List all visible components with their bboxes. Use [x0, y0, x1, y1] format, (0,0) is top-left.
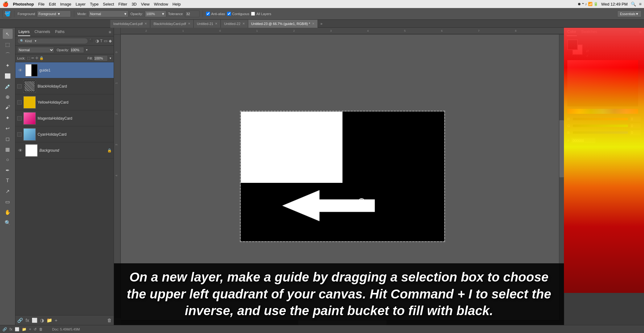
g-slider-track[interactable]	[573, 125, 628, 127]
layer-eye-guide1[interactable]: 👁	[17, 68, 23, 73]
layer-delete-btn[interactable]: 🗑	[107, 318, 112, 323]
r-slider-track[interactable]	[573, 118, 628, 120]
b-slider-track[interactable]	[573, 131, 628, 134]
layer-fx-btn[interactable]: fx	[26, 318, 29, 323]
pen-tool[interactable]: ✒	[3, 165, 13, 175]
color-tab[interactable]: Color	[567, 28, 577, 36]
filter-text-icon[interactable]: T	[100, 39, 103, 43]
layer-vis-yellowholidaycard[interactable]	[17, 100, 22, 105]
essentials-button[interactable]: Essentials ▼	[617, 10, 642, 17]
layer-vis-magentaholidaycard[interactable]	[17, 116, 22, 121]
fg-bg-swatch[interactable]	[567, 39, 583, 55]
layer-item-guide1[interactable]: 👁 guide1	[15, 62, 114, 78]
mode-select[interactable]: Normal ▼	[88, 10, 128, 17]
anti-alias-checkbox[interactable]	[206, 12, 210, 16]
scrollbar-v-thumb[interactable]	[559, 120, 564, 177]
gradient-tool[interactable]: ▦	[3, 144, 13, 154]
wand-tool[interactable]: ✦	[3, 60, 13, 70]
filter-smart-icon[interactable]: ◆	[109, 39, 112, 43]
crop-tool[interactable]: ⬜	[3, 71, 13, 81]
tab-close-4[interactable]: ✕	[312, 22, 314, 25]
layer-item-background[interactable]: 👁 Background 🔒	[15, 142, 114, 158]
reset-colors-icon[interactable]: ↺	[586, 54, 589, 58]
tab-close-0[interactable]: ✕	[144, 22, 147, 25]
tool-icon-btn[interactable]: 🪣	[2, 10, 11, 18]
all-layers-checkbox[interactable]	[251, 12, 255, 16]
control-strip-icon[interactable]: ≡	[639, 2, 642, 6]
swap-colors-icon[interactable]: ⇄	[586, 49, 589, 53]
b-value[interactable]	[630, 130, 641, 135]
tab-untitled23[interactable]: Untitled-23 @ 66.7% (guide1, RGB/8) * ✕	[248, 20, 318, 28]
swatches-tab[interactable]: Swatches	[581, 28, 598, 36]
blend-mode-select[interactable]: Normal	[17, 47, 54, 53]
tolerance-input[interactable]	[185, 10, 200, 17]
clone-tool[interactable]: ✦	[3, 113, 13, 123]
lock-transparent-icon[interactable]: ⬚	[27, 56, 30, 60]
rotate-icon[interactable]: ↺	[34, 327, 37, 331]
channels-tab[interactable]: Channels	[34, 28, 51, 36]
lock-paint-icon[interactable]: ✏	[31, 56, 34, 60]
foreground-color-box[interactable]	[567, 39, 578, 50]
dodge-tool[interactable]: ○	[3, 155, 13, 165]
filter-pixel-icon[interactable]: ⬛	[89, 39, 94, 43]
link-icon[interactable]: 🔗	[2, 327, 7, 331]
history-tool[interactable]: ↩	[3, 123, 13, 133]
g-value[interactable]	[630, 123, 641, 129]
canvas-image[interactable]	[241, 112, 444, 241]
layer-item-cyanholidaycard[interactable]: CyanHolidayCard	[15, 126, 114, 142]
menu-select[interactable]: Select	[103, 2, 114, 6]
status-tool-icons[interactable]: 🔗 fx ⬜ 📁 + ↺ 🗑	[2, 327, 43, 331]
layer-item-magentaholidaycard[interactable]: MagentaHolidayCard	[15, 110, 114, 126]
layer-new-btn[interactable]: +	[55, 318, 58, 323]
lock-all-icon[interactable]: 🔒	[39, 56, 44, 60]
tab-close-1[interactable]: ✕	[188, 22, 190, 25]
layer-adjust-btn[interactable]: ◑	[40, 318, 44, 323]
tab-overflow[interactable]: »	[318, 22, 325, 26]
tab-untitled22[interactable]: Untitled-22 ✕	[221, 20, 248, 28]
hand-tool[interactable]: ✋	[3, 207, 13, 217]
filter-adjust-icon[interactable]: ◑	[95, 39, 99, 43]
menu-window[interactable]: Window	[154, 2, 168, 6]
hex-input[interactable]	[571, 138, 596, 143]
move-tool[interactable]: ↖	[3, 29, 13, 39]
menu-3d[interactable]: 3D	[132, 2, 137, 6]
eyedropper-tool[interactable]: 💉	[3, 81, 13, 91]
layers-tab[interactable]: Layers	[18, 28, 30, 36]
tab-untitled21[interactable]: Untitled-21 ✕	[194, 20, 221, 28]
tab-lowholidaycard[interactable]: lowHolidayCard.pdf ✕	[110, 20, 150, 28]
layers-search[interactable]: 🔍 Kind ▼	[17, 38, 88, 44]
layer-mask-btn[interactable]: ⬜	[32, 318, 38, 323]
menu-view[interactable]: View	[141, 2, 150, 6]
filter-shape-icon[interactable]: ▭	[104, 39, 107, 43]
r-value[interactable]	[630, 116, 641, 122]
tab-blackholidaycard[interactable]: BlackHolidayCard.pdf ✕	[150, 20, 194, 28]
lock-move-icon[interactable]: ✢	[35, 56, 38, 60]
layer-item-yellowholidaycard[interactable]: YellowHolidayCard	[15, 94, 114, 110]
opacity-input[interactable]	[70, 47, 84, 53]
apple-menu[interactable]: 🍎	[2, 1, 9, 7]
eraser-tool[interactable]: ◻	[3, 134, 13, 144]
menu-edit[interactable]: Edit	[49, 2, 56, 6]
layer-link-icon[interactable]: 🔗	[17, 318, 23, 323]
foreground-select[interactable]: Foreground ▼	[37, 10, 71, 17]
fill-input[interactable]	[94, 55, 108, 61]
opacity-select[interactable]: 100% ▼	[145, 10, 166, 17]
folder-icon[interactable]: 📁	[22, 327, 26, 331]
menu-image[interactable]: Image	[60, 2, 71, 6]
lasso-tool[interactable]: ⌒	[3, 50, 13, 60]
tab-close-2[interactable]: ✕	[215, 22, 217, 25]
add-icon[interactable]: +	[29, 327, 31, 331]
layer-group-btn[interactable]: 📁	[47, 318, 52, 323]
mask-icon[interactable]: ⬜	[15, 327, 19, 331]
color-saturation-picker[interactable]	[567, 60, 638, 106]
marquee-tool[interactable]: ⬚	[3, 39, 13, 49]
fx-icon[interactable]: fx	[10, 327, 12, 331]
paths-tab[interactable]: Paths	[55, 28, 65, 36]
path-tool[interactable]: ↗	[3, 186, 13, 196]
app-name[interactable]: Photoshop	[13, 2, 34, 6]
menu-help[interactable]: Help	[172, 2, 181, 6]
tab-close-3[interactable]: ✕	[242, 22, 245, 25]
layer-eye-background[interactable]: 👁	[17, 148, 23, 153]
layer-item-blackholidaycard[interactable]: BlackHolidayCard	[15, 78, 114, 94]
layer-vis-cyanholidaycard[interactable]	[17, 132, 22, 137]
